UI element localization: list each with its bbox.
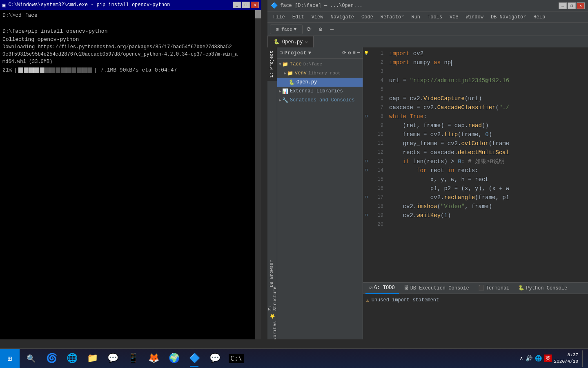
taskbar-item-phone[interactable]: 📱: [123, 350, 143, 368]
toolbar-project-btn[interactable]: ⊞ face ▼: [270, 25, 303, 34]
face-path: D:\face: [303, 62, 322, 67]
pycharm-restore[interactable]: ❐: [568, 2, 576, 9]
tab-python-console[interactable]: 🐍 Python Console: [514, 283, 571, 294]
search-icon: 🔍: [27, 354, 36, 363]
bottom-tabs: ☑ 6: TODO 🗄 DB Execution Console ⬛ Termi…: [363, 283, 588, 294]
tab-open-py-close[interactable]: ✕: [305, 40, 307, 45]
code-line-1: import cv2: [389, 49, 588, 58]
code-line-5: [389, 85, 588, 94]
todo-label: 6: TODO: [374, 285, 394, 291]
cmd-minimize[interactable]: _: [233, 2, 241, 8]
taskbar-item-chrome[interactable]: 🌍: [164, 350, 184, 368]
code-line-7: cascade = cv2.CascadeClassifier("./: [389, 103, 588, 112]
menu-help[interactable]: Help: [530, 13, 548, 21]
gutter-3: [363, 67, 370, 76]
sidebar-tab-structure[interactable]: Z: Structure: [267, 290, 277, 307]
clock-time: 8:37: [554, 352, 578, 358]
menu-navigate[interactable]: Navigate: [327, 13, 357, 21]
gutter-11: [363, 139, 370, 148]
cmd-close[interactable]: ✕: [251, 2, 259, 8]
tab-db-exec[interactable]: 🗄 DB Execution Console: [400, 283, 473, 294]
tab-open-py[interactable]: 🐍 Open.py ✕: [267, 36, 314, 47]
ext-arrow: ▶: [279, 89, 281, 94]
cmd-task-icon: C:\: [229, 354, 244, 363]
ln-3: 3: [370, 67, 383, 76]
code-line-19: cv2.waitKey(1): [389, 211, 588, 220]
ln-2: 2: [370, 58, 383, 67]
project-settings-icon[interactable]: ⚙: [348, 50, 351, 56]
taskbar: ⊞ 🔍 🌀 🌐 📁 💬 📱 🦊 🌍 🔷 💬: [0, 348, 588, 368]
openpy-label: Open.py: [296, 79, 317, 85]
taskbar-item-firefox[interactable]: 🦊: [144, 350, 163, 368]
gutter-12: [363, 148, 370, 157]
sidebar-tab-project[interactable]: 1: Project: [267, 47, 277, 81]
ext-icon: 📊: [282, 88, 288, 94]
ln-20: 20: [370, 220, 383, 229]
pycharm-minimize[interactable]: _: [559, 2, 567, 9]
pe2: [50, 67, 55, 73]
taskbar-item-pycharm[interactable]: 🔷: [185, 350, 204, 368]
pb3: [29, 67, 34, 73]
sidebar-tab-2-favorites[interactable]: 2: Favorites: [267, 327, 277, 339]
sidebar-tab-db-browser[interactable]: DB Browser: [267, 257, 277, 290]
code-line-20: [389, 220, 588, 229]
gutter-15: [363, 175, 370, 184]
ln-14: 14: [370, 166, 383, 175]
taskbar-item-search[interactable]: 🔍: [21, 350, 41, 368]
project-sync-icon[interactable]: ⟳: [342, 50, 346, 56]
project-dropdown-label: ⊞ face: [276, 27, 292, 32]
tree-item-open-py[interactable]: 🐍 Open.py: [277, 78, 363, 87]
taskbar-item-cmd[interactable]: C:\: [225, 350, 247, 368]
cmd-maximize[interactable]: □: [242, 2, 250, 8]
toolbar-minimize-panel[interactable]: —: [327, 25, 337, 34]
taskbar-item-explorer[interactable]: 📁: [82, 350, 102, 368]
taskbar-item-cortana[interactable]: 🌀: [42, 350, 61, 368]
pb2: [24, 67, 29, 73]
pycharm-close[interactable]: ✕: [577, 2, 585, 9]
tab-todo[interactable]: ☑ 6: TODO: [365, 283, 399, 294]
menu-code[interactable]: Code: [358, 13, 376, 21]
menu-window[interactable]: Window: [463, 13, 487, 21]
cmd-scrollbar[interactable]: [255, 10, 261, 339]
gutter-14: ⊟: [363, 166, 370, 175]
face-folder-icon: 📁: [282, 61, 288, 67]
code-line-13: if len(rects) > 0: # 如果>0说明: [389, 157, 588, 166]
tree-item-face[interactable]: ▼ 📁 face D:\face: [277, 60, 363, 69]
show-desktop-btn[interactable]: [582, 350, 585, 367]
project-gear-icon[interactable]: ≡: [353, 50, 356, 56]
code-content[interactable]: import cv2 import numpy as np url = "rts…: [386, 47, 588, 282]
menu-db-navigator[interactable]: DB Navigator: [488, 13, 529, 21]
taskbar-clock[interactable]: 8:37 2020/4/10: [554, 352, 578, 365]
project-minimize-icon[interactable]: —: [357, 50, 360, 56]
menu-refactor[interactable]: Refactor: [377, 13, 408, 21]
tree-item-scratches[interactable]: ▶ 🔧 Scratches and Consoles: [277, 96, 363, 105]
menu-view[interactable]: View: [308, 13, 327, 21]
pe5: [66, 67, 71, 73]
wechat-task-icon: 💬: [209, 353, 220, 364]
bottom-content: ⚠ Unused import statement: [363, 294, 588, 339]
tray-volume-icon: 🌐: [535, 355, 542, 362]
code-editor[interactable]: 💡 ⊟ ⊟ ⊟ ⊟: [363, 47, 588, 282]
tree-item-venv[interactable]: ▶ 📁 venv library root: [277, 69, 363, 78]
toolbar-settings-btn[interactable]: ⚙: [316, 25, 325, 34]
menu-tools[interactable]: Tools: [424, 13, 445, 21]
tree-item-external-libs[interactable]: ▶ 📊 External Libraries: [277, 87, 363, 96]
menu-run[interactable]: Run: [408, 13, 423, 21]
menu-edit[interactable]: Edit: [289, 13, 307, 21]
tray-up-arrow[interactable]: ∧: [520, 355, 523, 361]
taskbar-item-wechat[interactable]: 💬: [205, 350, 225, 368]
taskbar-item-wechat-win[interactable]: 💬: [103, 350, 122, 368]
code-line-8: while True:: [389, 112, 588, 121]
start-button[interactable]: ⊞: [0, 349, 20, 368]
ln-9: 9: [370, 121, 383, 130]
scratch-icon: 🔧: [282, 97, 288, 103]
menu-vcs[interactable]: VCS: [446, 13, 462, 21]
menu-file[interactable]: File: [270, 13, 288, 21]
toolbar-sync-btn[interactable]: ⟳: [304, 25, 314, 34]
wechat-win-icon: 💬: [107, 353, 118, 364]
taskbar-tray: ∧ 🔊 🌐 英 8:37 2020/4/10: [517, 350, 588, 367]
code-line-17: cv2.rectangle(frame, p1: [389, 193, 588, 202]
ln-10: 10: [370, 130, 383, 139]
tab-terminal[interactable]: ⬛ Terminal: [474, 283, 514, 294]
taskbar-item-ie[interactable]: 🌐: [62, 350, 82, 368]
